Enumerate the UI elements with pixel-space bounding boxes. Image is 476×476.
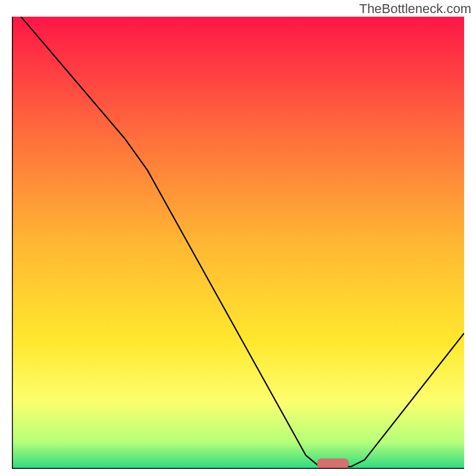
gradient-background: [12, 17, 464, 469]
chart-container: TheBottleneck.com: [0, 0, 476, 476]
watermark-text: TheBottleneck.com: [359, 1, 471, 17]
chart-svg: [12, 17, 464, 469]
optimal-marker: [317, 459, 349, 469]
chart-area: [12, 17, 464, 469]
